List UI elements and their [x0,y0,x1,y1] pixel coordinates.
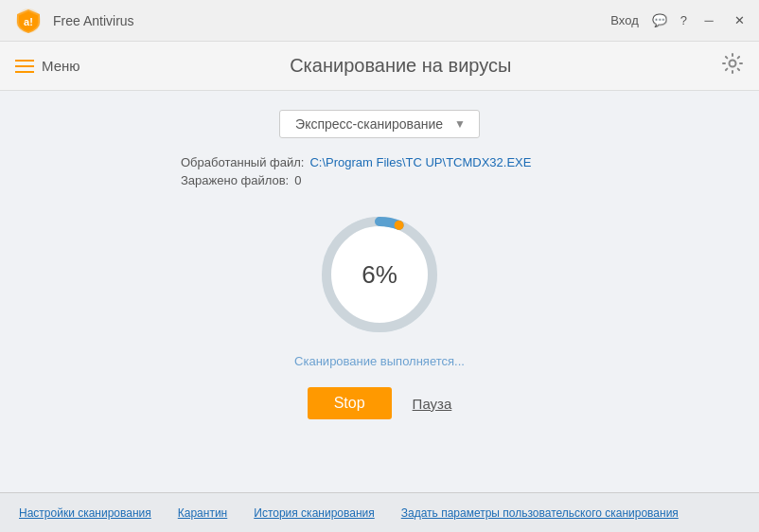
scan-status: Сканирование выполняется... [294,354,465,368]
close-button[interactable]: ✕ [731,12,748,29]
infected-value: 0 [294,173,301,187]
stop-button[interactable]: Stop [308,387,392,419]
scan-type-dropdown[interactable]: Экспресс-сканирование ▼ [279,110,480,138]
svg-text:a!: a! [24,16,33,27]
minimize-button[interactable]: ─ [700,12,717,29]
pause-button[interactable]: Пауза [413,396,452,412]
processed-file-row: Обработанный файл: C:\Program Files\TC U… [181,155,531,169]
app-title: Free Antivirus [53,13,134,28]
action-buttons: Stop Пауза [308,387,452,419]
nav-bar: Меню Сканирование на вирусы [0,42,759,91]
progress-percentage: 6% [362,260,397,290]
avast-logo-icon: a! [11,8,45,34]
login-button[interactable]: Вход [610,13,638,27]
progress-container: 6% [313,208,446,341]
title-bar: a! Free Antivirus Вход 💬 ? ─ ✕ [0,0,759,42]
logo-area: a! Free Antivirus [11,8,134,34]
file-label: Обработанный файл: [181,155,304,169]
footer-link-scan-history[interactable]: История сканирования [254,506,374,520]
infected-label: Заражено файлов: [181,173,289,187]
infected-files-row: Заражено файлов: 0 [181,173,301,187]
hamburger-icon [15,60,34,73]
help-icon[interactable]: ? [680,13,687,27]
file-value: C:\Program Files\TC UP\TCMDX32.EXE [309,155,531,169]
main-content: Экспресс-сканирование ▼ Обработанный фай… [0,91,759,492]
page-title-area: Сканирование на вирусы [80,55,721,77]
footer: Настройки сканирования Карантин История … [0,492,759,532]
footer-link-quarantine[interactable]: Карантин [178,506,227,520]
menu-button[interactable]: Меню [15,58,80,74]
gear-icon [721,52,744,75]
footer-link-custom-scan[interactable]: Задать параметры пользовательского скани… [401,506,679,520]
dropdown-arrow-icon: ▼ [454,117,466,131]
page-title: Сканирование на вирусы [290,55,511,76]
settings-button[interactable] [721,52,744,80]
menu-label: Меню [42,58,80,74]
svg-point-2 [730,61,736,67]
file-info: Обработанный файл: C:\Program Files\TC U… [181,155,578,191]
footer-link-scan-settings[interactable]: Настройки сканирования [19,506,151,520]
title-bar-controls: Вход 💬 ? ─ ✕ [610,12,748,29]
chat-icon[interactable]: 💬 [652,13,667,27]
scan-type-label: Экспресс-сканирование [295,116,443,132]
